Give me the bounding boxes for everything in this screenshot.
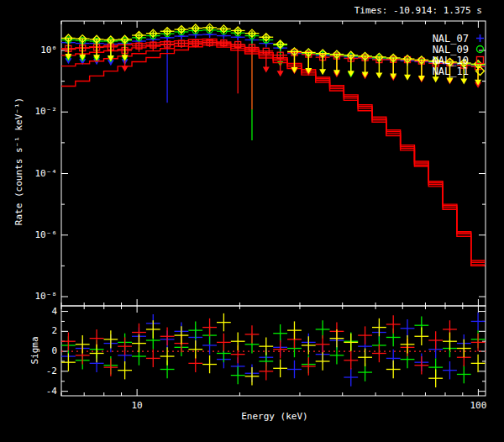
- upper-limit-arrow: [418, 76, 425, 82]
- upper-limit-arrow: [460, 79, 467, 85]
- legend-label-nal09: NAL_09: [433, 44, 469, 55]
- sigma-y-tick-label: 2: [29, 326, 57, 336]
- upper-limit-arrow: [277, 71, 284, 76]
- x-tick-label: 100: [461, 401, 495, 411]
- legend-label-nal11: NAL_11: [433, 66, 469, 77]
- legend-item-nal10: NAL_10: [433, 55, 486, 66]
- main-y-tick-label: 10⁻⁶: [29, 230, 57, 240]
- upper-limit-arrow: [433, 76, 439, 82]
- upper-limit-arrow: [404, 75, 411, 81]
- legend-item-nal11: NAL_11: [433, 66, 486, 76]
- upper-limit-arrow: [122, 66, 129, 72]
- legend-circle-marker-icon: [475, 44, 486, 55]
- spectrum-plot-canvas: [0, 0, 504, 442]
- upper-limit-arrow: [263, 66, 270, 72]
- sigma-y-tick-label: -2: [29, 366, 57, 376]
- spectral-fit-window: Times: -10.914: 1.375 s Rate (counts s⁻¹…: [0, 0, 504, 442]
- sigma-y-tick-label: 0: [29, 346, 57, 356]
- sigma-y-tick-label: 4: [29, 307, 57, 317]
- main-y-tick-label: 10⁻⁴: [29, 169, 57, 179]
- x-axis-label: Energy (keV): [207, 412, 342, 422]
- legend-item-nal07: NAL_07: [433, 33, 486, 44]
- main-y-tick-label: 10⁻⁸: [29, 292, 57, 302]
- main-y-axis-label: Rate (counts s⁻¹ keV⁻¹): [14, 90, 24, 233]
- legend-plus-marker-icon: [475, 33, 486, 44]
- main-y-tick-label: 10⁰: [29, 45, 57, 55]
- legend-square-marker-icon: [475, 55, 486, 66]
- detector-legend: NAL_07 NAL_09 NAL_10 NAL_11: [433, 33, 486, 76]
- x-tick-label: 10: [120, 401, 154, 411]
- sigma-y-tick-label: -4: [29, 387, 57, 397]
- legend-item-nal09: NAL_09: [433, 44, 486, 55]
- upper-limit-arrow: [291, 67, 297, 73]
- legend-diamond-marker-icon: [475, 66, 486, 76]
- legend-label-nal07: NAL_07: [433, 33, 469, 45]
- upper-limit-arrow: [319, 69, 326, 75]
- main-y-tick-label: 10⁻²: [29, 107, 57, 117]
- upper-limit-arrow: [348, 71, 354, 76]
- legend-label-nal10: NAL_10: [433, 55, 469, 66]
- upper-limit-arrow: [446, 77, 453, 83]
- upper-limit-arrow: [375, 72, 382, 78]
- time-interval-title: Times: -10.914: 1.375 s: [354, 6, 482, 16]
